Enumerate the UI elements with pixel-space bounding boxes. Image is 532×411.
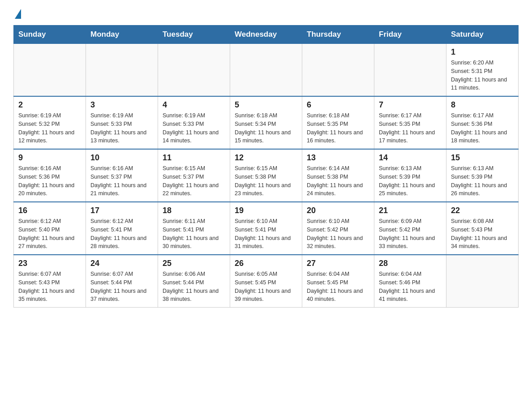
- calendar-week-row-3: 16Sunrise: 6:12 AMSunset: 5:40 PMDayligh…: [14, 202, 519, 255]
- calendar-cell-w0d3: [230, 44, 302, 97]
- calendar-cell-w3d4: 20Sunrise: 6:10 AMSunset: 5:42 PMDayligh…: [302, 202, 374, 255]
- day-info: Sunrise: 6:04 AMSunset: 5:45 PMDaylight:…: [307, 270, 369, 304]
- day-info: Sunrise: 6:13 AMSunset: 5:39 PMDaylight:…: [451, 164, 514, 198]
- calendar-week-row-1: 2Sunrise: 6:19 AMSunset: 5:32 PMDaylight…: [14, 96, 519, 149]
- day-info: Sunrise: 6:06 AMSunset: 5:44 PMDaylight:…: [163, 270, 225, 304]
- calendar-cell-w4d0: 23Sunrise: 6:07 AMSunset: 5:43 PMDayligh…: [14, 255, 86, 308]
- calendar-week-row-2: 9Sunrise: 6:16 AMSunset: 5:36 PMDaylight…: [14, 149, 519, 202]
- calendar-cell-w0d4: [302, 44, 374, 97]
- day-number: 12: [235, 153, 297, 163]
- calendar-cell-w2d4: 13Sunrise: 6:14 AMSunset: 5:38 PMDayligh…: [302, 149, 374, 202]
- day-info: Sunrise: 6:14 AMSunset: 5:38 PMDaylight:…: [307, 164, 369, 198]
- calendar-cell-w1d6: 8Sunrise: 6:17 AMSunset: 5:36 PMDaylight…: [446, 96, 519, 149]
- calendar-cell-w3d6: 22Sunrise: 6:08 AMSunset: 5:43 PMDayligh…: [446, 202, 519, 255]
- calendar-cell-w4d5: 28Sunrise: 6:04 AMSunset: 5:46 PMDayligh…: [374, 255, 446, 308]
- day-number: 7: [379, 100, 442, 110]
- calendar-week-row-4: 23Sunrise: 6:07 AMSunset: 5:43 PMDayligh…: [14, 255, 519, 308]
- calendar-cell-w3d5: 21Sunrise: 6:09 AMSunset: 5:42 PMDayligh…: [374, 202, 446, 255]
- calendar-cell-w2d2: 11Sunrise: 6:15 AMSunset: 5:37 PMDayligh…: [158, 149, 230, 202]
- calendar-header-monday: Monday: [86, 26, 158, 44]
- calendar-cell-w0d1: [86, 44, 158, 97]
- calendar-cell-w3d3: 19Sunrise: 6:10 AMSunset: 5:41 PMDayligh…: [230, 202, 302, 255]
- day-info: Sunrise: 6:07 AMSunset: 5:44 PMDaylight:…: [90, 270, 153, 304]
- calendar-week-row-0: 1Sunrise: 6:20 AMSunset: 5:31 PMDaylight…: [14, 44, 519, 97]
- day-number: 23: [18, 259, 81, 268]
- day-info: Sunrise: 6:12 AMSunset: 5:40 PMDaylight:…: [18, 217, 81, 251]
- day-info: Sunrise: 6:08 AMSunset: 5:43 PMDaylight:…: [451, 217, 514, 251]
- day-number: 25: [163, 259, 225, 268]
- calendar-cell-w2d1: 10Sunrise: 6:16 AMSunset: 5:37 PMDayligh…: [86, 149, 158, 202]
- day-number: 19: [235, 206, 297, 215]
- day-info: Sunrise: 6:05 AMSunset: 5:45 PMDaylight:…: [235, 270, 297, 304]
- day-number: 28: [379, 259, 442, 268]
- calendar-cell-w2d3: 12Sunrise: 6:15 AMSunset: 5:38 PMDayligh…: [230, 149, 302, 202]
- day-number: 21: [379, 206, 442, 215]
- calendar-header-friday: Friday: [374, 26, 446, 44]
- day-number: 14: [379, 153, 442, 163]
- day-number: 11: [163, 153, 225, 163]
- calendar-cell-w1d0: 2Sunrise: 6:19 AMSunset: 5:32 PMDaylight…: [14, 96, 86, 149]
- day-info: Sunrise: 6:19 AMSunset: 5:33 PMDaylight:…: [90, 111, 153, 145]
- day-number: 24: [90, 259, 153, 268]
- day-info: Sunrise: 6:15 AMSunset: 5:38 PMDaylight:…: [235, 164, 297, 198]
- calendar-cell-w1d1: 3Sunrise: 6:19 AMSunset: 5:33 PMDaylight…: [86, 96, 158, 149]
- calendar-cell-w4d4: 27Sunrise: 6:04 AMSunset: 5:45 PMDayligh…: [302, 255, 374, 308]
- day-info: Sunrise: 6:10 AMSunset: 5:42 PMDaylight:…: [307, 217, 369, 251]
- day-number: 13: [307, 153, 369, 163]
- day-number: 9: [18, 153, 81, 163]
- calendar-cell-w1d2: 4Sunrise: 6:19 AMSunset: 5:33 PMDaylight…: [158, 96, 230, 149]
- calendar-cell-w0d5: [374, 44, 446, 97]
- calendar-cell-w3d1: 17Sunrise: 6:12 AMSunset: 5:41 PMDayligh…: [86, 202, 158, 255]
- day-number: 10: [90, 153, 153, 163]
- day-number: 15: [451, 153, 514, 163]
- day-info: Sunrise: 6:20 AMSunset: 5:31 PMDaylight:…: [451, 59, 514, 92]
- day-number: 4: [163, 100, 225, 110]
- day-number: 18: [163, 206, 225, 215]
- calendar-header-thursday: Thursday: [302, 26, 374, 44]
- day-info: Sunrise: 6:16 AMSunset: 5:36 PMDaylight:…: [18, 164, 81, 198]
- day-info: Sunrise: 6:18 AMSunset: 5:34 PMDaylight:…: [235, 111, 297, 145]
- calendar-cell-w1d4: 6Sunrise: 6:18 AMSunset: 5:35 PMDaylight…: [302, 96, 374, 149]
- day-info: Sunrise: 6:07 AMSunset: 5:43 PMDaylight:…: [18, 270, 81, 304]
- calendar-header-row: SundayMondayTuesdayWednesdayThursdayFrid…: [14, 26, 519, 44]
- day-number: 5: [235, 100, 297, 110]
- day-number: 3: [90, 100, 153, 110]
- calendar-cell-w0d6: 1Sunrise: 6:20 AMSunset: 5:31 PMDaylight…: [446, 44, 519, 97]
- calendar-header-wednesday: Wednesday: [230, 26, 302, 44]
- day-info: Sunrise: 6:15 AMSunset: 5:37 PMDaylight:…: [163, 164, 225, 198]
- day-info: Sunrise: 6:16 AMSunset: 5:37 PMDaylight:…: [90, 164, 153, 198]
- logo-triangle-icon: [15, 9, 21, 19]
- calendar-cell-w4d3: 26Sunrise: 6:05 AMSunset: 5:45 PMDayligh…: [230, 255, 302, 308]
- day-number: 6: [307, 100, 369, 110]
- calendar-cell-w1d5: 7Sunrise: 6:17 AMSunset: 5:35 PMDaylight…: [374, 96, 446, 149]
- day-number: 26: [235, 259, 297, 268]
- day-info: Sunrise: 6:18 AMSunset: 5:35 PMDaylight:…: [307, 111, 369, 145]
- calendar-cell-w4d6: [446, 255, 519, 308]
- day-number: 17: [90, 206, 153, 215]
- day-info: Sunrise: 6:09 AMSunset: 5:42 PMDaylight:…: [379, 217, 442, 251]
- day-number: 20: [307, 206, 369, 215]
- calendar-cell-w1d3: 5Sunrise: 6:18 AMSunset: 5:34 PMDaylight…: [230, 96, 302, 149]
- calendar-table: SundayMondayTuesdayWednesdayThursdayFrid…: [13, 25, 519, 308]
- day-number: 1: [451, 47, 514, 57]
- day-info: Sunrise: 6:04 AMSunset: 5:46 PMDaylight:…: [379, 270, 442, 304]
- page-header: [13, 9, 519, 16]
- day-info: Sunrise: 6:17 AMSunset: 5:36 PMDaylight:…: [451, 111, 514, 145]
- day-number: 22: [451, 206, 514, 215]
- logo: [13, 9, 21, 16]
- calendar-cell-w4d2: 25Sunrise: 6:06 AMSunset: 5:44 PMDayligh…: [158, 255, 230, 308]
- day-number: 27: [307, 259, 369, 268]
- calendar-cell-w2d6: 15Sunrise: 6:13 AMSunset: 5:39 PMDayligh…: [446, 149, 519, 202]
- day-number: 16: [18, 206, 81, 215]
- calendar-cell-w3d0: 16Sunrise: 6:12 AMSunset: 5:40 PMDayligh…: [14, 202, 86, 255]
- calendar-header-tuesday: Tuesday: [158, 26, 230, 44]
- calendar-cell-w3d2: 18Sunrise: 6:11 AMSunset: 5:41 PMDayligh…: [158, 202, 230, 255]
- day-info: Sunrise: 6:10 AMSunset: 5:41 PMDaylight:…: [235, 217, 297, 251]
- calendar-cell-w2d0: 9Sunrise: 6:16 AMSunset: 5:36 PMDaylight…: [14, 149, 86, 202]
- calendar-header-sunday: Sunday: [14, 26, 86, 44]
- day-number: 2: [18, 100, 81, 110]
- day-info: Sunrise: 6:19 AMSunset: 5:33 PMDaylight:…: [163, 111, 225, 145]
- calendar-header-saturday: Saturday: [446, 26, 519, 44]
- day-info: Sunrise: 6:12 AMSunset: 5:41 PMDaylight:…: [90, 217, 153, 251]
- calendar-cell-w0d0: [14, 44, 86, 97]
